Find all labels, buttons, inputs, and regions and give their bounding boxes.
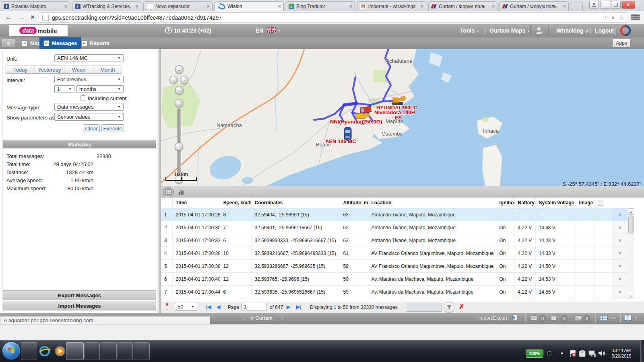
- browser-tab-2[interactable]: WTracking & Services, ×: [72, 1, 141, 11]
- export-messages-button[interactable]: Export Messages: [3, 290, 156, 300]
- clear-button[interactable]: Clear: [83, 124, 100, 132]
- tab-close-icon[interactable]: ×: [278, 4, 281, 9]
- tab-close-icon[interactable]: ×: [492, 4, 495, 9]
- clear-messages-icon[interactable]: ✗: [459, 303, 464, 311]
- today-button[interactable]: Today: [6, 66, 35, 74]
- restore-button[interactable]: ❏: [611, 1, 621, 9]
- sc roll-up-icon[interactable]: ▲: [628, 208, 634, 215]
- taskbar-adobe[interactable]: [118, 342, 133, 360]
- checkbox-messages[interactable]: [43, 40, 50, 46]
- col-altitude[interactable]: Altitude, m: [340, 197, 368, 208]
- scrollbar-thumb[interactable]: [628, 216, 634, 234]
- taskbar-clock[interactable]: 10:44 AM 5/20/2015: [607, 348, 636, 359]
- tab-messages[interactable]: Messages: [39, 37, 81, 49]
- delete-row-icon[interactable]: ×: [612, 273, 628, 286]
- copyright[interactable]: © Gurtam: [250, 315, 272, 321]
- first-page-button[interactable]: |◀: [206, 304, 211, 310]
- delete-row-icon[interactable]: ×: [612, 208, 628, 221]
- import-export-icon[interactable]: [511, 315, 518, 321]
- prev-page-button[interactable]: ◀: [217, 304, 220, 310]
- col-coordinates[interactable]: Coordinates: [251, 197, 340, 208]
- delete-row-icon[interactable]: ×: [612, 247, 628, 260]
- page-number-input[interactable]: [242, 303, 266, 311]
- next-page-button[interactable]: ▶: [287, 304, 290, 310]
- tab-close-icon[interactable]: ×: [64, 4, 67, 9]
- driver-messages-icon[interactable]: [551, 315, 559, 321]
- bookmark-star-icon[interactable]: ☆: [619, 14, 624, 21]
- execute-button[interactable]: Execute: [101, 124, 124, 132]
- tray-expand-icon[interactable]: ▲: [560, 351, 564, 355]
- table-row[interactable]: 22015-04-01 17:00:307 32.59401, -25.9696…: [161, 221, 628, 234]
- language-caret-icon[interactable]: ▼: [278, 29, 281, 33]
- import-messages-button[interactable]: Import Messages: [3, 301, 156, 311]
- taskbar-skype[interactable]: S: [101, 342, 117, 360]
- browser-tab-6[interactable]: important - wtrackings ×: [357, 1, 426, 11]
- user-settings-icon[interactable]: [535, 27, 544, 35]
- account-link[interactable]: Wtracking ⇗: [556, 27, 589, 34]
- logout-link[interactable]: Logout: [595, 27, 614, 34]
- network-icon[interactable]: [588, 350, 596, 357]
- start-button[interactable]: [2, 341, 21, 360]
- clipboard-icon[interactable]: [579, 350, 586, 357]
- browser-tab-5[interactable]: Bing Tradutor ×: [286, 1, 355, 11]
- tab-close-icon[interactable]: ×: [563, 4, 566, 9]
- scroll-down-icon[interactable]: ▼: [628, 293, 634, 299]
- table-row[interactable]: 72015-04-01 17:00:446 32.593635, -25.969…: [161, 286, 628, 298]
- close-button[interactable]: ×: [621, 1, 635, 9]
- collapse-panel-button[interactable]: «: [2, 39, 15, 47]
- checkbox-map[interactable]: [22, 40, 28, 46]
- language-label[interactable]: EN: [256, 27, 263, 34]
- log-book-icon[interactable]: [624, 315, 632, 321]
- table-row[interactable]: 42015-04-01 17:00:3610 32.5939216667, -2…: [161, 247, 628, 260]
- zoom-slider-handle[interactable]: [175, 142, 183, 151]
- taskbar-chrome-active[interactable]: [66, 342, 84, 360]
- interval-unit-select[interactable]: months: [76, 85, 124, 93]
- yesterday-button[interactable]: Yesterday: [35, 66, 64, 74]
- internet-explorer-icon[interactable]: [39, 345, 51, 357]
- interval-count-select[interactable]: 1: [54, 85, 74, 93]
- browser-tab-3[interactable]: Novo separador ×: [143, 1, 213, 11]
- week-button[interactable]: Week: [64, 66, 93, 74]
- action-center-flag-icon[interactable]: [569, 350, 576, 357]
- message-type-select[interactable]: Data messages: [54, 103, 124, 111]
- taskbar-explorer[interactable]: [21, 342, 37, 360]
- show-desktop-button[interactable]: [640, 340, 644, 362]
- browser-tab-8[interactable]: Gurtam / Форум поль ×: [500, 1, 569, 11]
- url-text[interactable]: gps.sensetracking.com/?sid=e9ae10bffee48…: [52, 14, 599, 21]
- tab-close-icon[interactable]: ×: [349, 4, 352, 9]
- pan-down-button[interactable]: ▼: [175, 86, 184, 95]
- uk-flag-icon[interactable]: [267, 27, 276, 33]
- stop-icon[interactable]: ×: [31, 12, 35, 23]
- minimize-button[interactable]: —: [601, 1, 610, 9]
- unit-select[interactable]: AEN 146 MC: [54, 54, 124, 62]
- month-button[interactable]: Month: [93, 66, 122, 74]
- table-row[interactable]: 62015-04-01 17:00:4012 32.593765, -25.96…: [161, 273, 628, 286]
- table-row[interactable]: 52015-04-01 17:00:3812 32.5938266667, -2…: [161, 260, 628, 273]
- chart-view-button[interactable]: [175, 187, 187, 196]
- pan-right-button[interactable]: ▶: [180, 76, 188, 84]
- collapse-chevrons-icon[interactable]: ∧∧: [610, 316, 616, 320]
- key-icon[interactable]: ⚿: [603, 14, 607, 21]
- delete-row-icon[interactable]: ×: [612, 260, 628, 273]
- tools-menu[interactable]: Tools ▼: [460, 27, 479, 34]
- tab-reports[interactable]: Reports: [77, 37, 114, 49]
- pan-left-button[interactable]: ◀: [169, 76, 178, 84]
- col-ignition[interactable]: Ignition: [496, 197, 514, 208]
- delete-row-icon[interactable]: ×: [612, 221, 628, 234]
- col-speed[interactable]: Speed, km/h: [220, 197, 251, 208]
- browser-tab-7[interactable]: Gurtam / Форум поль ×: [428, 1, 497, 11]
- gurtam-maps-menu[interactable]: Gurtam Maps ▼: [489, 27, 530, 34]
- table-row[interactable]: 12015-04-01 17:00:288 32.59404, -25.9695…: [161, 208, 628, 221]
- media-player-icon[interactable]: [54, 345, 66, 357]
- including-current-checkbox[interactable]: [80, 95, 86, 101]
- col-battery[interactable]: Battery: [514, 197, 535, 208]
- battery-indicator[interactable]: 100%: [526, 350, 543, 358]
- browser-menu-icon[interactable]: [631, 14, 640, 21]
- apps-button[interactable]: Apps: [612, 39, 631, 47]
- browser-tab-1[interactable]: Boladas Maputo ×: [1, 1, 70, 11]
- autofit-columns-icon[interactable]: A↔: [163, 302, 171, 311]
- tab-close-icon[interactable]: ×: [421, 4, 423, 9]
- select-all-checkbox[interactable]: [598, 200, 603, 206]
- last-page-button[interactable]: ▶|: [296, 304, 301, 310]
- col-location[interactable]: Location: [368, 197, 496, 208]
